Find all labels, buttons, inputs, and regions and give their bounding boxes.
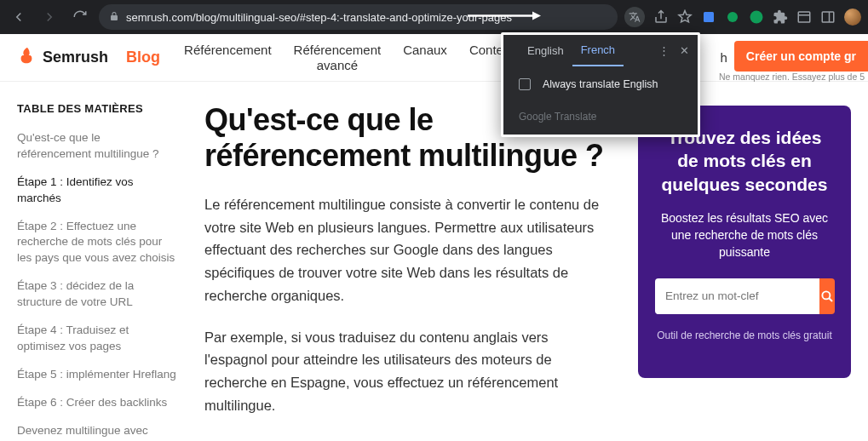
keyword-search-button[interactable] <box>819 278 835 314</box>
toc-item-5[interactable]: Étape 5 : implémenter Hreflang <box>17 367 177 383</box>
lock-icon <box>109 11 119 24</box>
toc-item-7[interactable]: Devenez multilingue avec <box>17 423 177 439</box>
translate-menu-icon[interactable]: ⋮ <box>658 44 670 57</box>
extension-icon-2[interactable] <box>725 9 740 25</box>
main-nav: Référencement Référencement avancé Canau… <box>184 43 518 73</box>
translate-footer: Google Translate <box>503 102 698 135</box>
translate-popup: English French ⋮ ✕ Always translate Engl… <box>501 32 700 137</box>
address-bar[interactable]: semrush.com/blog/multilingual-seo/#step-… <box>99 4 618 30</box>
page-body: TABLE DES MATIÈRES Qu'est-ce que le réfé… <box>0 82 868 441</box>
browser-toolbar: semrush.com/blog/multilingual-seo/#step-… <box>0 0 868 34</box>
flame-icon <box>17 46 36 69</box>
reload-button[interactable] <box>68 5 92 29</box>
promo-card: Trouvez des idées de mots clés en quelqu… <box>638 106 851 378</box>
table-of-contents: TABLE DES MATIÈRES Qu'est-ce que le réfé… <box>17 102 177 441</box>
translate-icon[interactable] <box>624 7 645 27</box>
create-account-button[interactable]: Créer un compte gr <box>734 41 868 72</box>
translate-tab-french[interactable]: French <box>572 43 624 66</box>
sidepanel-icon[interactable] <box>820 9 836 25</box>
search-icon <box>819 289 835 304</box>
nav-canaux[interactable]: Canaux <box>403 43 447 73</box>
always-translate-checkbox[interactable] <box>519 78 531 90</box>
article-paragraph-1: Le référencement multilingue consiste à … <box>204 193 611 307</box>
back-button[interactable] <box>7 5 31 29</box>
toc-item-3[interactable]: Étape 3 : décidez de la structure de vot… <box>17 278 177 311</box>
nav-referencement[interactable]: Référencement <box>184 43 272 73</box>
toc-item-1[interactable]: Étape 1 : Identifiez vos marchés <box>17 175 177 207</box>
site-logo[interactable]: Semrush Blog <box>17 46 160 69</box>
svg-point-7 <box>822 291 830 299</box>
promo-search <box>655 278 834 314</box>
extensions-puzzle-icon[interactable] <box>773 9 788 25</box>
extension-icon-1[interactable] <box>701 9 716 25</box>
extension-icon-3[interactable] <box>749 9 764 25</box>
article: Qu'est-ce que le référencement multiling… <box>204 102 611 441</box>
forward-button[interactable] <box>37 5 61 29</box>
url-text: semrush.com/blog/multilingual-seo/#step-… <box>126 11 512 24</box>
toc-item-6[interactable]: Étape 6 : Créer des backlinks <box>17 395 177 411</box>
share-icon[interactable] <box>653 9 669 25</box>
article-paragraph-2: Par exemple, si vous traduisez du conten… <box>204 326 611 417</box>
translate-close-icon[interactable]: ✕ <box>680 44 689 57</box>
svg-point-2 <box>727 12 738 22</box>
toc-item-4[interactable]: Étape 4 : Traduisez et optimisez vos pag… <box>17 323 177 355</box>
promo-subtitle: Boostez les résultats SEO avec une reche… <box>655 209 834 261</box>
translate-tab-english[interactable]: English <box>519 44 572 66</box>
nav-referencement-avance[interactable]: Référencement avancé <box>294 43 382 73</box>
toolbar-actions <box>624 7 861 27</box>
toc-title: TABLE DES MATIÈRES <box>17 102 177 115</box>
toc-item-0[interactable]: Qu'est-ce que le référencement multiling… <box>17 130 177 163</box>
header-subtext: Ne manquez rien. Essayez plus de 5 <box>719 72 868 82</box>
reading-list-icon[interactable] <box>796 9 812 25</box>
svg-line-8 <box>829 298 832 301</box>
profile-avatar[interactable] <box>844 9 861 26</box>
svg-rect-1 <box>704 12 714 22</box>
promo-tool-link[interactable]: Outil de recherche de mots clés gratuit <box>655 329 834 341</box>
bookmark-icon[interactable] <box>677 9 693 25</box>
brand-name: Semrush <box>43 49 108 66</box>
svg-rect-5 <box>822 12 834 22</box>
nav-truncated-text: h <box>721 50 727 65</box>
site-header: Semrush Blog Référencement Référencement… <box>0 34 868 82</box>
brand-suffix: Blog <box>126 49 160 66</box>
toc-item-2[interactable]: Étape 2 : Effectuez une recherche de mot… <box>17 219 177 267</box>
svg-rect-3 <box>798 12 810 22</box>
annotation-arrow <box>466 10 543 25</box>
keyword-input[interactable] <box>655 278 819 314</box>
always-translate-label: Always translate English <box>543 78 658 90</box>
